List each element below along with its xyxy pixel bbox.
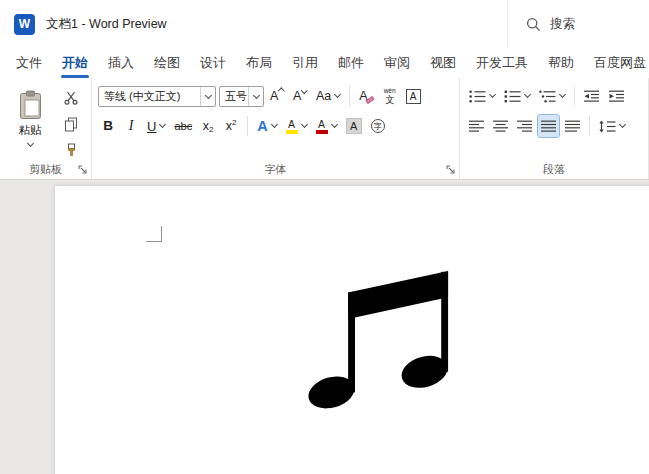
tab-developer[interactable]: 开发工具 xyxy=(466,48,538,78)
numbering-button[interactable] xyxy=(501,85,533,107)
tab-references[interactable]: 引用 xyxy=(282,48,328,78)
clipboard-icon xyxy=(18,90,43,120)
separator xyxy=(349,86,350,106)
paragraph-row-2 xyxy=(466,114,644,138)
font-dialog-launcher[interactable] xyxy=(446,165,456,175)
superscript-button[interactable]: x2 xyxy=(221,115,241,137)
character-border-button[interactable]: A xyxy=(403,85,424,107)
line-spacing-icon xyxy=(599,120,616,133)
font-row-1: 等线 (中文正文) 五号 A A Aa A wén文 A xyxy=(98,84,455,108)
clipboard-dialog-launcher[interactable] xyxy=(78,165,88,175)
change-case-button[interactable]: Aa xyxy=(313,85,343,107)
tab-insert[interactable]: 插入 xyxy=(98,48,144,78)
tab-design[interactable]: 设计 xyxy=(190,48,236,78)
paragraph-group-label: 段落 xyxy=(460,162,648,177)
chevron-down-icon xyxy=(26,140,33,147)
paste-label: 粘贴 xyxy=(19,123,42,138)
search-label: 搜索 xyxy=(550,16,575,33)
tab-home[interactable]: 开始 xyxy=(52,48,98,78)
titlebar: W 文档1 - Word Preview 搜索 xyxy=(0,0,649,48)
paste-button[interactable]: 粘贴 xyxy=(6,84,54,160)
music-note-image[interactable] xyxy=(305,265,452,412)
multilevel-list-button[interactable] xyxy=(536,85,568,107)
word-window: W 文档1 - Word Preview 搜索 文件 开始 插入 绘图 设计 布… xyxy=(0,0,649,474)
search-icon xyxy=(526,17,541,32)
underline-button[interactable]: U xyxy=(144,115,168,137)
tab-layout[interactable]: 布局 xyxy=(236,48,282,78)
italic-button[interactable]: I xyxy=(121,115,141,137)
word-logo-letter: W xyxy=(19,17,30,31)
chevron-down-icon xyxy=(248,87,263,106)
separator xyxy=(247,116,248,136)
font-name-value: 等线 (中文正文) xyxy=(99,89,200,104)
chevron-down-icon xyxy=(271,121,278,128)
justify-button[interactable] xyxy=(538,115,559,137)
document-page[interactable] xyxy=(55,186,649,474)
subscript-button[interactable]: x2 xyxy=(198,115,218,137)
word-logo-icon: W xyxy=(14,14,35,35)
decrease-indent-button[interactable] xyxy=(581,85,603,107)
highlight-color-button[interactable]: A xyxy=(283,115,310,137)
tab-help[interactable]: 帮助 xyxy=(538,48,584,78)
grow-font-button[interactable]: A xyxy=(267,85,287,107)
justify-icon xyxy=(541,120,556,133)
paragraph-group: 段落 xyxy=(460,78,649,179)
font-color-swatch xyxy=(316,130,328,134)
chevron-down-icon xyxy=(159,121,166,128)
enclose-characters-button[interactable]: 字 xyxy=(368,115,388,137)
chevron-down-icon xyxy=(200,87,215,106)
chevron-down-icon xyxy=(489,91,496,98)
align-right-button[interactable] xyxy=(514,115,535,137)
font-group: 等线 (中文正文) 五号 A A Aa A wén文 A xyxy=(92,78,460,179)
tab-view[interactable]: 视图 xyxy=(420,48,466,78)
strikethrough-button[interactable]: abc xyxy=(171,115,195,137)
cut-button[interactable] xyxy=(59,87,83,109)
format-painter-button[interactable] xyxy=(59,139,83,161)
text-effects-button[interactable]: A xyxy=(254,115,279,137)
clipboard-group: 粘贴 剪贴板 xyxy=(0,78,92,179)
increase-indent-button[interactable] xyxy=(606,85,628,107)
clear-formatting-button[interactable]: A xyxy=(356,85,376,107)
chevron-down-icon xyxy=(301,87,307,93)
format-painter-icon xyxy=(65,143,78,158)
shrink-font-button[interactable]: A xyxy=(290,85,310,107)
font-size-select[interactable]: 五号 xyxy=(219,86,264,107)
bullets-button[interactable] xyxy=(466,85,498,107)
chevron-up-icon xyxy=(278,88,284,94)
document-area xyxy=(0,180,649,474)
distribute-button[interactable] xyxy=(562,115,583,137)
bold-button[interactable]: B xyxy=(98,115,118,137)
clipboard-tools xyxy=(59,84,83,161)
copy-icon xyxy=(64,117,78,132)
align-center-button[interactable] xyxy=(490,115,511,137)
chevron-down-icon xyxy=(524,91,531,98)
copy-button[interactable] xyxy=(59,113,83,135)
multilevel-list-icon xyxy=(539,90,556,103)
line-spacing-button[interactable] xyxy=(596,115,628,137)
search-box[interactable]: 搜索 xyxy=(507,0,649,48)
document-title: 文档1 - Word Preview xyxy=(46,16,167,33)
ribbon: 粘贴 剪贴板 等线 (中文正文 xyxy=(0,78,649,180)
chevron-down-icon xyxy=(559,91,566,98)
character-shading-button[interactable]: A xyxy=(343,115,365,137)
font-name-select[interactable]: 等线 (中文正文) xyxy=(98,86,216,107)
decrease-indent-icon xyxy=(584,90,600,103)
tab-file[interactable]: 文件 xyxy=(6,48,52,78)
tab-mailings[interactable]: 邮件 xyxy=(328,48,374,78)
tab-draw[interactable]: 绘图 xyxy=(144,48,190,78)
highlight-color-swatch xyxy=(286,130,298,134)
font-color-button[interactable]: A xyxy=(313,115,340,137)
tab-review[interactable]: 审阅 xyxy=(374,48,420,78)
tab-baidu-netdisk[interactable]: 百度网盘 xyxy=(584,48,649,78)
phonetic-guide-button[interactable]: wén文 xyxy=(380,85,400,107)
align-center-icon xyxy=(493,120,508,133)
separator xyxy=(589,116,590,136)
font-group-label: 字体 xyxy=(92,162,459,177)
font-row-2: B I U abc x2 x2 A A A A 字 xyxy=(98,114,455,138)
distribute-icon xyxy=(565,120,580,133)
ribbon-tabbar: 文件 开始 插入 绘图 设计 布局 引用 邮件 审阅 视图 开发工具 帮助 百度… xyxy=(0,48,649,78)
chevron-down-icon xyxy=(331,121,338,128)
align-left-button[interactable] xyxy=(466,115,487,137)
paragraph-row-1 xyxy=(466,84,644,108)
align-left-icon xyxy=(469,120,484,133)
